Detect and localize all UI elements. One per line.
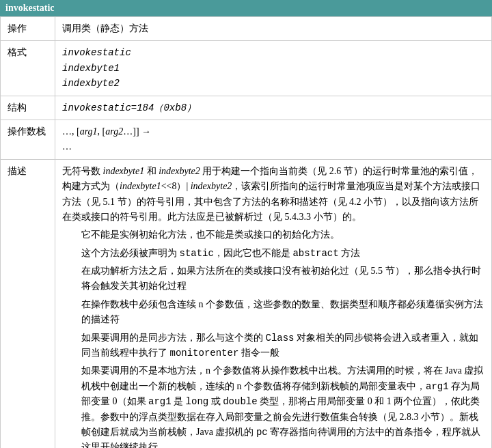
format-line-2: indexbyte1 [62, 61, 484, 76]
desc-italic-2: indexbyte2 [159, 166, 200, 176]
format-line-1: invokestatic [62, 45, 484, 60]
title-text: invokestatic [5, 3, 55, 13]
code-static: static [180, 248, 214, 259]
code-pc: pc [256, 427, 268, 438]
label-structure: 结构 [1, 96, 55, 120]
table-row-format: 格式 invokestatic indexbyte1 indexbyte2 [1, 41, 492, 96]
content-operation: 调用类（静态）方法 [55, 17, 492, 41]
label-description: 描述 [1, 159, 55, 448]
label-stack: 操作数栈 [1, 120, 55, 159]
stack-line-2: … [62, 139, 484, 154]
table-row-description: 描述 无符号数 indexbyte1 和 indexbyte2 用于构建一个指向… [1, 159, 492, 448]
content-structure: invokestatic=184（0xb8） [55, 96, 492, 120]
desc-p7: 如果要调用的不是本地方法，n 个参数值将从操作数栈中出栈。方法调用的时候，将在 … [62, 363, 484, 448]
code-double: double [223, 396, 257, 407]
desc-p5: 在操作数栈中必须包含连续 n 个参数值，这些参数的数量、数据类型和顺序都必须遵循… [62, 297, 484, 328]
content-stack: …, [arg1, [arg2…]] → … [55, 120, 492, 159]
content-description: 无符号数 indexbyte1 和 indexbyte2 用于构建一个指向当前类… [55, 159, 492, 448]
table-row-structure: 结构 invokestatic=184（0xb8） [1, 96, 492, 120]
structure-text: invokestatic=184（0xb8） [62, 102, 196, 113]
main-table: 操作 调用类（静态）方法 格式 invokestatic indexbyte1 … [0, 16, 492, 448]
stack-line-1: …, [arg1, [arg2…]] → [62, 124, 484, 139]
code-arg1-2: arg1 [148, 396, 172, 407]
desc-p1: 无符号数 indexbyte1 和 indexbyte2 用于构建一个指向当前类… [62, 164, 484, 225]
code-abstract: abstract [292, 248, 338, 259]
desc-p4: 在成功解析方法之后，如果方法所在的类或接口没有被初始化过（见 5.5 节），那么… [62, 264, 484, 294]
label-format: 格式 [1, 41, 55, 96]
desc-italic-1: indexbyte1 [103, 166, 145, 176]
code-class: Class [266, 333, 295, 344]
label-operation: 操作 [1, 17, 55, 41]
code-long: long [186, 396, 209, 407]
desc-p3: 这个方法必须被声明为 static，因此它也不能是 abstract 方法 [62, 246, 484, 261]
table-row-operation: 操作 调用类（静态）方法 [1, 17, 492, 41]
desc-italic-4: indexbyte2 [191, 181, 232, 191]
desc-p2: 它不能是实例初始化方法，也不能是类或接口的初始化方法。 [62, 227, 484, 242]
title-bar: invokestatic [0, 0, 492, 16]
table-row-stack: 操作数栈 …, [arg1, [arg2…]] → … [1, 120, 492, 159]
desc-p6: 如果要调用的是同步方法，那么与这个类的 Class 对象相关的同步锁将会进入或者… [62, 331, 484, 361]
desc-italic-3: indexbyte1 [120, 181, 161, 191]
code-arg1-1: arg1 [426, 381, 449, 392]
page-container: invokestatic 操作 调用类（静态）方法 格式 invokestati… [0, 0, 492, 448]
content-format: invokestatic indexbyte1 indexbyte2 [55, 41, 492, 96]
format-line-3: indexbyte2 [62, 76, 484, 91]
code-monitorenter: monitorenter [170, 348, 239, 359]
